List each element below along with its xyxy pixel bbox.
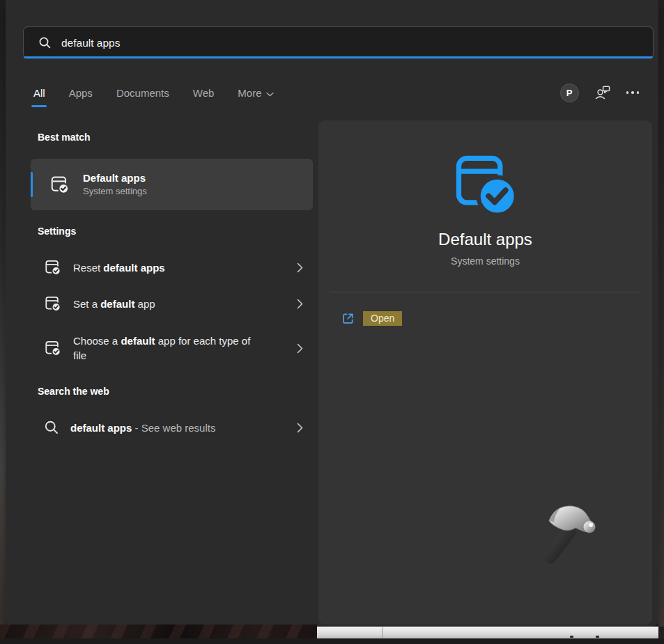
chevron-right-icon [297,262,303,273]
web-result-label: default apps - See web results [70,421,215,435]
background-window-mark [570,636,573,638]
background-window-mark [596,636,599,638]
tab-apps[interactable]: Apps [68,84,94,102]
chevron-right-icon [297,299,303,309]
best-match-heading: Best match [38,132,90,143]
settings-item-label: Set a default app [73,297,155,311]
preview-pane: Default apps System settings Open [318,120,652,625]
default-apps-icon [44,258,62,276]
tab-more[interactable]: More [236,84,275,102]
search-web-heading: Search the web [38,386,109,397]
chevron-right-icon [297,423,303,433]
desktop-wallpaper-strip [0,625,317,639]
default-apps-icon-large [451,152,520,223]
selection-indicator [31,172,33,197]
settings-item-reset-default-apps[interactable]: Reset default apps [31,249,313,285]
best-match-item[interactable]: Default apps System settings [31,159,313,210]
search-box[interactable] [23,26,654,58]
chevron-down-icon [266,87,274,99]
search-panel: All Apps Documents Web More P Best match… [6,0,658,627]
search-input[interactable] [61,37,653,49]
default-apps-icon [44,339,62,357]
external-link-icon [341,312,355,325]
hammer-cursor [532,498,605,570]
preview-title: Default apps [438,230,532,249]
search-icon [44,420,59,435]
background-window-divider [382,627,383,638]
preview-subtitle: System settings [451,256,520,267]
filter-tabs: All Apps Documents Web More P [32,78,644,107]
web-result-item[interactable]: default apps - See web results [31,409,313,446]
feedback-icon[interactable] [594,85,611,100]
more-options-icon[interactable] [626,91,640,94]
tab-web[interactable]: Web [192,84,216,102]
default-apps-icon [44,294,62,313]
default-apps-icon [49,174,70,195]
settings-heading: Settings [38,226,76,237]
best-match-subtitle: System settings [83,185,147,198]
windows-search-flyout: All Apps Documents Web More P Best match… [0,0,664,644]
taskbar-strip [0,638,664,644]
chevron-right-icon [297,343,303,354]
tab-all[interactable]: All [32,84,47,102]
open-button[interactable]: Open [363,311,402,326]
divider [330,292,641,292]
tab-documents[interactable]: Documents [115,84,171,102]
best-match-title: Default apps [83,171,147,185]
settings-item-label: Choose a default app for each type of fi… [73,333,256,363]
background-window-strip [317,627,658,639]
search-icon [38,36,52,49]
settings-item-choose-default-app[interactable]: Choose a default app for each type of fi… [31,322,313,375]
desktop-edge-left [0,0,6,627]
avatar[interactable]: P [560,84,579,102]
settings-item-label: Reset default apps [73,260,165,275]
settings-item-set-a-default-app[interactable]: Set a default app [31,285,313,322]
open-action-row[interactable]: Open [341,311,402,326]
desktop-edge-right [658,0,664,627]
